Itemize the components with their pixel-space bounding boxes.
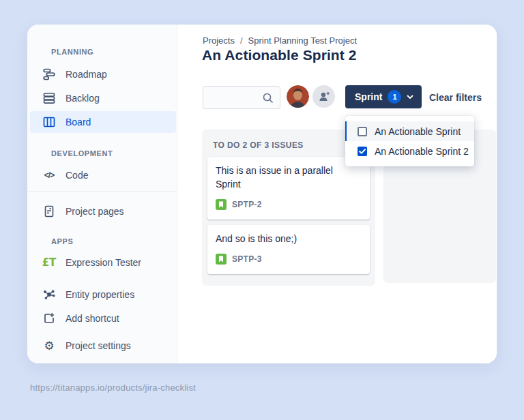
code-icon: </>	[42, 168, 56, 182]
checkbox-unchecked-icon[interactable]	[358, 127, 367, 136]
sidebar-item-backlog[interactable]: Backlog	[35, 87, 171, 109]
sidebar: PLANNING Roadmap	[27, 25, 177, 363]
sidebar-item-project-pages[interactable]: Project pages	[35, 200, 171, 222]
sidebar-item-project-settings[interactable]: ⚙ Project settings	[35, 335, 171, 357]
sidebar-divider	[27, 191, 177, 192]
sidebar-item-roadmap[interactable]: Roadmap	[35, 63, 171, 85]
sidebar-item-label: Entity properties	[66, 289, 134, 300]
roadmap-icon	[42, 68, 56, 81]
app-window: PLANNING Roadmap	[27, 25, 497, 363]
search-input[interactable]	[203, 87, 258, 108]
sidebar-item-label: Backlog	[66, 93, 100, 104]
sidebar-item-label: Board	[66, 117, 91, 127]
breadcrumb: Projects / Sprint Planning Test Project	[203, 35, 357, 46]
sidebar-item-expression-tester[interactable]: £T Expression Tester	[35, 252, 171, 273]
main-content: Projects / Sprint Planning Test Project …	[178, 25, 497, 363]
add-shortcut-icon	[42, 312, 56, 325]
sprint-filter-button[interactable]: Sprint 1	[345, 85, 422, 108]
document-icon	[42, 205, 56, 218]
issue-summary: This is an issue in a parallel Sprint	[216, 164, 352, 191]
sidebar-item-label: Roadmap	[66, 69, 107, 80]
issue-summary: And so is this one;)	[216, 232, 352, 245]
sidebar-item-label: Code	[66, 170, 88, 181]
issue-card[interactable]: And so is this one;) SPTP-3	[207, 225, 370, 274]
chevron-down-icon	[407, 95, 413, 100]
sidebar-section-development: DEVELOPMENT	[51, 149, 113, 158]
sidebar-item-label: Project settings	[66, 340, 131, 351]
story-type-icon	[216, 254, 227, 265]
backlog-icon	[42, 91, 56, 105]
issue-card[interactable]: This is an issue in a parallel Sprint SP…	[207, 157, 370, 220]
source-url: https://titanapps.io/products/jira-check…	[30, 382, 196, 393]
breadcrumb-projects[interactable]: Projects	[203, 35, 235, 46]
expression-tester-icon: £T	[42, 256, 56, 269]
sidebar-item-label: Project pages	[66, 206, 124, 217]
issue-key: SPTP-3	[232, 254, 262, 264]
sprint-filter-label: Sprint	[355, 91, 382, 102]
sprint-option[interactable]: An Actionable Sprint	[345, 121, 474, 141]
page-title: An Actionable Sprint 2	[202, 47, 357, 63]
sprint-option[interactable]: An Actionable Sprint 2	[345, 141, 474, 161]
sidebar-item-entity-properties[interactable]: Entity properties	[35, 284, 171, 305]
issue-key: SPTP-2	[232, 200, 262, 209]
search-icon	[262, 92, 274, 104]
sidebar-section-planning: PLANNING	[51, 48, 93, 56]
sidebar-item-add-shortcut[interactable]: Add shortcut	[35, 308, 171, 329]
sidebar-section-apps: APPS	[51, 237, 73, 245]
sprint-dropdown-menu: An Actionable Sprint An Actionable Sprin…	[345, 116, 474, 166]
entity-properties-icon	[42, 288, 56, 301]
gear-icon: ⚙	[42, 339, 56, 352]
sidebar-item-label: Expression Tester	[66, 257, 141, 268]
board-icon	[42, 115, 56, 129]
clipped-scroll-text	[98, 25, 126, 27]
sprint-filter-count-badge: 1	[388, 90, 401, 104]
checkbox-checked-icon[interactable]	[358, 147, 367, 156]
clear-filters-link[interactable]: Clear filters	[429, 92, 482, 103]
breadcrumb-project-name[interactable]: Sprint Planning Test Project	[248, 35, 357, 46]
board-search	[203, 86, 280, 109]
sidebar-item-code[interactable]: </> Code	[35, 164, 171, 186]
sprint-option-label: An Actionable Sprint 2	[375, 146, 469, 157]
story-type-icon	[216, 199, 227, 210]
sprint-option-label: An Actionable Sprint	[375, 126, 461, 137]
add-people-button[interactable]	[312, 85, 335, 108]
breadcrumb-separator: /	[240, 35, 243, 46]
user-avatar[interactable]	[287, 85, 309, 108]
sidebar-item-board[interactable]: Board	[30, 111, 176, 133]
sidebar-item-label: Add shortcut	[66, 313, 119, 324]
